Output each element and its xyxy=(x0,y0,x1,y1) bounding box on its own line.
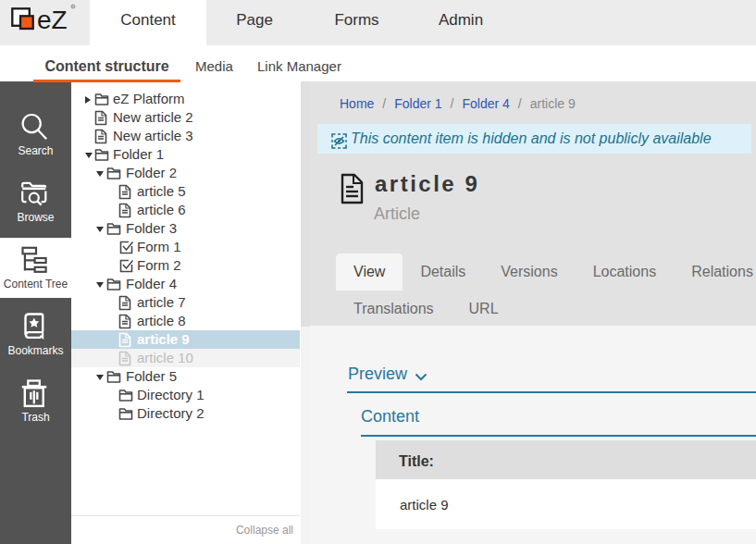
svg-text:eZ: eZ xyxy=(37,6,68,34)
